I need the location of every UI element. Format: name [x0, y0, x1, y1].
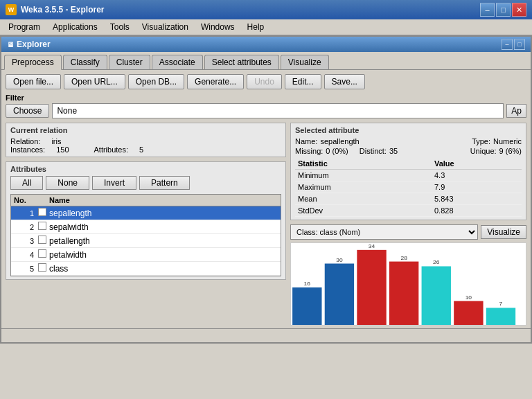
- filter-value-input[interactable]: [52, 103, 504, 118]
- col-no-header: No.: [14, 196, 38, 204]
- svg-rect-2: [325, 264, 354, 326]
- pattern-button[interactable]: Pattern: [139, 176, 190, 190]
- missing-value: 0 (0%): [326, 147, 348, 155]
- distinct-value: 35: [389, 147, 398, 155]
- stats-header: Statistic: [295, 158, 432, 170]
- stat-name-mean: Mean: [295, 193, 432, 205]
- list-item: Maximum 7.9: [295, 181, 522, 193]
- svg-text:34: 34: [369, 243, 375, 249]
- menu-help[interactable]: Help: [242, 21, 270, 33]
- svg-rect-6: [389, 262, 418, 325]
- window-controls: – □ ✕: [480, 3, 526, 17]
- attributes-label: Attributes:: [94, 145, 129, 154]
- status-bar: [1, 328, 531, 342]
- list-item: Mean 5.843: [295, 193, 522, 205]
- menu-tools[interactable]: Tools: [105, 21, 135, 33]
- tab-associate[interactable]: Associate: [152, 55, 203, 69]
- instances-label: Instances:: [10, 145, 45, 154]
- missing-label: Missing:: [295, 147, 323, 155]
- tab-visualize[interactable]: Visualize: [281, 55, 329, 69]
- histogram-chart: 16 30 34 28 26 10: [291, 243, 526, 325]
- open-url-button[interactable]: Open URL...: [64, 74, 125, 89]
- left-panel: Current relation Relation: iris Instance…: [6, 123, 286, 326]
- attributes-table: No. Name 1 sepallength 2 sepalwidth: [10, 194, 281, 276]
- toolbar: Open file... Open URL... Open DB... Gene…: [1, 70, 531, 94]
- table-row[interactable]: 3 petallength: [11, 234, 281, 248]
- stat-name-maximum: Maximum: [295, 181, 432, 193]
- explorer-max-button[interactable]: □: [514, 39, 525, 50]
- filter-label: Filter: [6, 94, 526, 102]
- relation-label: Relation:: [10, 137, 40, 145]
- app-icon: W: [6, 4, 17, 15]
- menu-applications[interactable]: Applications: [47, 21, 103, 33]
- svg-rect-4: [357, 250, 386, 325]
- close-button[interactable]: ✕: [512, 3, 526, 17]
- table-row[interactable]: 5 class: [11, 262, 281, 276]
- table-row[interactable]: 1 sepallength: [11, 206, 281, 220]
- explorer-min-button[interactable]: –: [502, 39, 513, 50]
- attributes-section: Attributes All None Invert Pattern No. N…: [6, 161, 286, 280]
- apply-button[interactable]: Ap: [506, 104, 526, 118]
- minimize-button[interactable]: –: [480, 3, 495, 17]
- tab-bar: Preprocess Classify Cluster Associate Se…: [1, 52, 531, 70]
- svg-text:28: 28: [400, 255, 407, 261]
- app-title: Weka 3.5.5 - Explorer: [21, 5, 105, 15]
- save-button[interactable]: Save...: [324, 74, 365, 89]
- explorer-title-label: Explorer: [17, 39, 51, 49]
- attributes-label: Attributes: [10, 165, 281, 173]
- class-select[interactable]: Class: class (Nom): [290, 224, 478, 240]
- menu-visualization[interactable]: Visualization: [136, 21, 194, 33]
- relation-value: iris: [51, 137, 61, 145]
- unique-value: 9 (6%): [499, 147, 522, 155]
- attr-name-label: Name:: [295, 137, 317, 145]
- distinct-label: Distinct:: [360, 147, 387, 155]
- current-relation-section: Current relation Relation: iris Instance…: [6, 123, 286, 157]
- svg-text:26: 26: [433, 260, 440, 266]
- selected-attribute-section: Selected attribute Name: sepallength Typ…: [290, 123, 526, 220]
- tab-cluster[interactable]: Cluster: [109, 55, 150, 69]
- svg-rect-0: [292, 287, 321, 325]
- histogram: 16 30 34 28 26 10: [290, 242, 526, 326]
- table-row[interactable]: 2 sepalwidth: [11, 220, 281, 234]
- svg-rect-8: [422, 266, 451, 325]
- attr-name-value: sepallength: [320, 137, 359, 145]
- menu-program[interactable]: Program: [3, 21, 46, 33]
- explorer-title-bar: 🖥 Explorer – □: [1, 37, 531, 52]
- stat-value-minimum: 4.3: [432, 170, 522, 181]
- open-db-button[interactable]: Open DB...: [128, 74, 184, 89]
- stat-value-maximum: 7.9: [432, 181, 522, 193]
- attr-table-header: No. Name: [11, 195, 281, 206]
- undo-button[interactable]: Undo: [247, 74, 282, 89]
- table-row[interactable]: 4 petalwidth: [11, 248, 281, 262]
- open-file-button[interactable]: Open file...: [6, 74, 61, 89]
- svg-text:7: 7: [499, 301, 503, 308]
- maximize-button[interactable]: □: [496, 3, 511, 17]
- choose-button[interactable]: Choose: [6, 104, 49, 118]
- tab-classify[interactable]: Classify: [63, 55, 107, 69]
- stat-value-stddev: 0.828: [432, 205, 522, 217]
- filter-section: Filter Choose Ap: [1, 94, 531, 120]
- tab-select-attributes[interactable]: Select attributes: [204, 55, 279, 69]
- invert-button[interactable]: Invert: [92, 176, 136, 190]
- list-item: StdDev 0.828: [295, 205, 522, 217]
- edit-button[interactable]: Edit...: [285, 74, 321, 89]
- menu-windows[interactable]: Windows: [195, 21, 240, 33]
- visualize-button[interactable]: Visualize: [481, 225, 526, 239]
- stats-table: Statistic Value Minimum 4.3 Maximum 7.9: [295, 158, 522, 217]
- none-button[interactable]: None: [46, 176, 89, 190]
- stat-value-mean: 5.843: [432, 193, 522, 205]
- tab-preprocess[interactable]: Preprocess: [4, 55, 62, 70]
- svg-text:10: 10: [466, 294, 472, 301]
- all-button[interactable]: All: [10, 176, 43, 190]
- attr-type-value: Numeric: [493, 137, 522, 145]
- generate-button[interactable]: Generate...: [187, 74, 244, 89]
- selected-attr-label: Selected attribute: [295, 126, 522, 134]
- attributes-value: 5: [139, 145, 143, 154]
- col-name-header: Name: [49, 196, 278, 204]
- main-content: Current relation Relation: iris Instance…: [1, 120, 531, 328]
- unique-label: Unique:: [470, 147, 497, 155]
- stat-name-stddev: StdDev: [295, 205, 432, 217]
- attr-buttons: All None Invert Pattern: [10, 176, 281, 190]
- list-item: Minimum 4.3: [295, 170, 522, 181]
- attr-type-label: Type:: [472, 137, 490, 145]
